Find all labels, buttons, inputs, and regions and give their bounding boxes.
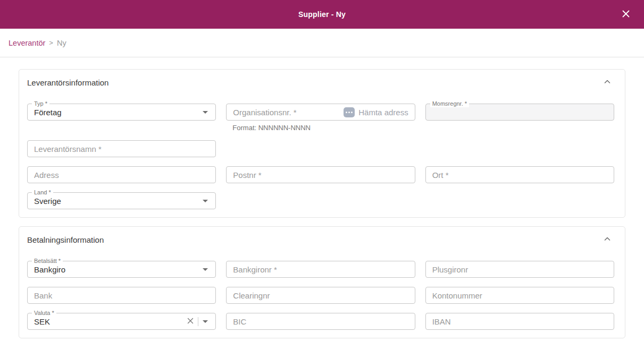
kontonummer-field xyxy=(425,287,614,304)
chevron-up-icon xyxy=(604,235,611,244)
bank-input[interactable] xyxy=(34,287,209,303)
postnr-input[interactable] xyxy=(233,167,408,183)
supplier-row-3 xyxy=(27,166,614,183)
org-format-hint: Format: NNNNNN-NNNN xyxy=(226,124,415,132)
payment-row-2 xyxy=(27,287,614,304)
form-content: Leverantörsinformation Typ * Företag xyxy=(0,57,644,341)
payment-card-title: Betalningsinformation xyxy=(27,235,104,244)
adress-input[interactable] xyxy=(34,167,209,183)
clearingnr-input[interactable] xyxy=(233,287,408,303)
valuta-label: Valuta * xyxy=(32,310,56,317)
kontonummer-input[interactable] xyxy=(432,287,607,303)
valuta-divider xyxy=(198,317,198,326)
supplier-collapse-button[interactable] xyxy=(600,77,614,88)
breadcrumb-link-leverantor[interactable]: Leverantör xyxy=(9,39,45,47)
organisationsnr-field: Hämta adress xyxy=(226,104,415,121)
iban-field xyxy=(425,313,614,330)
breadcrumb-current: Ny xyxy=(57,39,66,47)
betalsatt-select[interactable]: Betalsätt * Bankgiro xyxy=(27,261,216,278)
ellipsis-icon xyxy=(344,107,355,117)
chevron-down-icon xyxy=(203,111,208,114)
land-select[interactable]: Land * Sverige xyxy=(27,192,216,209)
typ-value: Företag xyxy=(34,108,203,117)
valuta-select[interactable]: Valuta * SEK xyxy=(27,313,216,330)
land-value: Sverige xyxy=(34,197,203,206)
bankgironr-field xyxy=(226,261,415,278)
clear-x-icon xyxy=(187,317,194,326)
leverantorsnamn-input[interactable] xyxy=(34,141,209,157)
payment-row-3: Valuta * SEK xyxy=(27,313,614,330)
adress-field xyxy=(27,166,216,183)
clearingnr-field xyxy=(226,287,415,304)
momsregnr-label: Momsregnr. * xyxy=(430,100,469,107)
typ-label: Typ * xyxy=(32,100,49,107)
payment-collapse-button[interactable] xyxy=(600,234,614,245)
bic-field xyxy=(226,313,415,330)
iban-input[interactable] xyxy=(432,313,607,329)
supplier-row-4: Land * Sverige xyxy=(27,192,614,209)
ort-field xyxy=(425,166,614,183)
supplier-card-title: Leverantörsinformation xyxy=(27,78,108,87)
breadcrumb: Leverantör > Ny xyxy=(0,29,644,57)
chevron-up-icon xyxy=(604,78,611,87)
chevron-down-icon xyxy=(203,200,208,202)
payment-information-card: Betalningsinformation Betalsätt * Bankgi… xyxy=(19,226,625,338)
bic-input[interactable] xyxy=(233,313,408,329)
land-label: Land * xyxy=(32,189,53,196)
bank-field xyxy=(27,287,216,304)
chevron-down-icon xyxy=(203,320,208,323)
supplier-row-2 xyxy=(27,140,614,157)
supplier-row-1: Typ * Företag Hämta adress Momsregnr. * xyxy=(27,104,614,121)
betalsatt-value: Bankgiro xyxy=(34,265,203,274)
org-hint-row: Format: NNNNNN-NNNN xyxy=(27,124,614,132)
modal-title: Supplier - Ny xyxy=(298,10,346,19)
breadcrumb-separator: > xyxy=(49,39,53,47)
leverantorsnamn-field xyxy=(27,140,216,157)
organisationsnr-input[interactable] xyxy=(233,104,344,120)
fetch-address-button[interactable]: Hämta adress xyxy=(344,107,408,117)
valuta-value: SEK xyxy=(34,317,187,326)
close-button[interactable] xyxy=(615,0,637,29)
payment-card-header: Betalningsinformation xyxy=(27,234,614,245)
momsregnr-field: Momsregnr. * xyxy=(425,104,614,121)
modal-titlebar: Supplier - Ny xyxy=(0,0,644,29)
betalsatt-label: Betalsätt * xyxy=(32,258,63,265)
close-icon xyxy=(622,10,630,20)
valuta-dropdown-button[interactable] xyxy=(203,320,208,323)
chevron-down-icon xyxy=(203,268,208,271)
valuta-clear-button[interactable] xyxy=(187,317,194,326)
ort-input[interactable] xyxy=(432,167,607,183)
bankgironr-input[interactable] xyxy=(233,261,408,277)
typ-select[interactable]: Typ * Företag xyxy=(27,104,216,121)
postnr-field xyxy=(226,166,415,183)
plusgironr-field xyxy=(425,261,614,278)
fetch-address-label: Hämta adress xyxy=(358,108,408,117)
supplier-card-header: Leverantörsinformation xyxy=(27,77,614,88)
plusgironr-input[interactable] xyxy=(432,261,607,277)
supplier-information-card: Leverantörsinformation Typ * Företag xyxy=(19,69,625,218)
payment-row-1: Betalsätt * Bankgiro xyxy=(27,261,614,278)
